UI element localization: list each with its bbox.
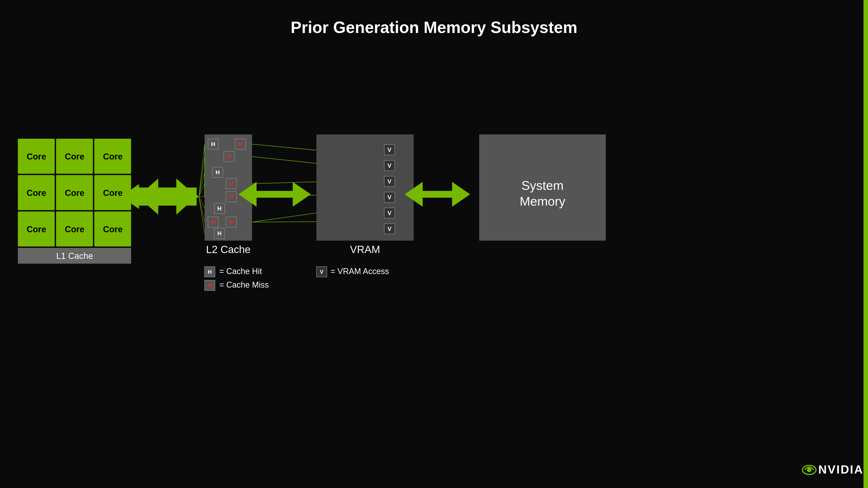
svg-line-47 (199, 172, 205, 197)
svg-text:H: H (217, 230, 222, 237)
svg-marker-21 (138, 178, 197, 215)
svg-text:V: V (388, 147, 392, 153)
svg-text:= VRAM Access: = VRAM Access (331, 267, 389, 276)
svg-rect-22 (205, 134, 252, 240)
svg-line-56 (252, 194, 352, 197)
svg-rect-27 (224, 151, 234, 162)
svg-point-87 (807, 468, 811, 472)
page-title: Prior Generation Memory Subsystem (0, 0, 868, 37)
svg-text:Core: Core (103, 188, 123, 198)
svg-rect-89 (864, 0, 868, 488)
svg-text:H: H (217, 205, 222, 212)
svg-rect-63 (384, 160, 395, 171)
svg-text:H: H (208, 269, 212, 275)
svg-line-55 (252, 181, 352, 184)
svg-text:System: System (522, 178, 564, 193)
svg-line-57 (252, 208, 352, 222)
svg-text:V: V (388, 225, 392, 232)
svg-rect-14 (56, 212, 93, 247)
svg-rect-6 (18, 175, 55, 210)
svg-rect-8 (56, 175, 93, 210)
svg-text:V: V (388, 178, 392, 185)
svg-text:Core: Core (27, 152, 46, 161)
svg-rect-29 (213, 167, 223, 177)
svg-text:M: M (238, 141, 243, 148)
svg-text:=  Cache Miss: = Cache Miss (219, 280, 269, 289)
svg-line-52 (199, 197, 205, 233)
svg-rect-60 (316, 134, 414, 240)
svg-rect-2 (56, 139, 93, 174)
svg-rect-4 (94, 139, 131, 174)
svg-rect-83 (316, 267, 327, 277)
svg-text:Core: Core (65, 188, 85, 198)
svg-text:V: V (388, 210, 392, 217)
svg-text:M: M (229, 219, 234, 225)
svg-text:L2 Cache: L2 Cache (206, 243, 251, 255)
svg-rect-23 (208, 139, 218, 149)
svg-rect-18 (18, 248, 131, 264)
svg-text:=  Cache Hit: = Cache Hit (219, 267, 262, 276)
svg-rect-0 (18, 139, 55, 174)
svg-text:L1 Cache: L1 Cache (56, 251, 93, 261)
svg-text:Core: Core (65, 225, 85, 234)
svg-line-46 (199, 157, 205, 197)
svg-line-54 (252, 157, 352, 167)
svg-rect-61 (384, 144, 395, 155)
svg-rect-74 (479, 134, 606, 240)
svg-rect-41 (214, 228, 225, 238)
svg-text:Memory: Memory (520, 194, 565, 208)
svg-marker-20 (138, 178, 197, 215)
svg-text:M: M (211, 219, 216, 225)
svg-text:Core: Core (27, 225, 46, 234)
svg-line-51 (199, 197, 205, 222)
svg-rect-80 (205, 280, 215, 291)
svg-line-50 (199, 197, 205, 208)
svg-rect-35 (214, 203, 225, 214)
svg-text:V: V (388, 194, 392, 201)
svg-rect-67 (384, 192, 395, 202)
svg-point-86 (802, 465, 816, 475)
svg-text:Core: Core (103, 225, 123, 234)
svg-rect-71 (384, 224, 395, 234)
svg-rect-16 (94, 212, 131, 247)
svg-text:V: V (320, 269, 323, 275)
svg-line-58 (252, 221, 352, 222)
svg-text:M: M (208, 283, 212, 289)
svg-text:Core: Core (65, 152, 85, 161)
svg-line-53 (252, 144, 352, 154)
svg-rect-39 (226, 217, 237, 227)
svg-text:Core: Core (27, 188, 46, 198)
svg-rect-65 (384, 176, 395, 187)
svg-rect-12 (18, 212, 55, 247)
svg-text:H: H (211, 141, 215, 148)
svg-text:M: M (229, 193, 234, 200)
svg-line-48 (199, 184, 205, 197)
svg-rect-37 (208, 217, 218, 227)
svg-text:NVIDIA: NVIDIA (818, 463, 864, 476)
svg-text:V: V (388, 162, 392, 169)
svg-text:Core: Core (103, 152, 123, 161)
svg-rect-31 (226, 178, 237, 189)
svg-rect-25 (235, 139, 246, 149)
svg-text:H: H (216, 169, 220, 176)
svg-rect-77 (205, 267, 215, 277)
svg-rect-10 (94, 175, 131, 210)
svg-text:VRAM: VRAM (350, 243, 380, 255)
svg-rect-69 (384, 208, 395, 218)
svg-line-45 (199, 144, 205, 197)
svg-text:M: M (226, 153, 231, 160)
svg-text:M: M (229, 180, 234, 187)
svg-rect-33 (226, 192, 237, 202)
